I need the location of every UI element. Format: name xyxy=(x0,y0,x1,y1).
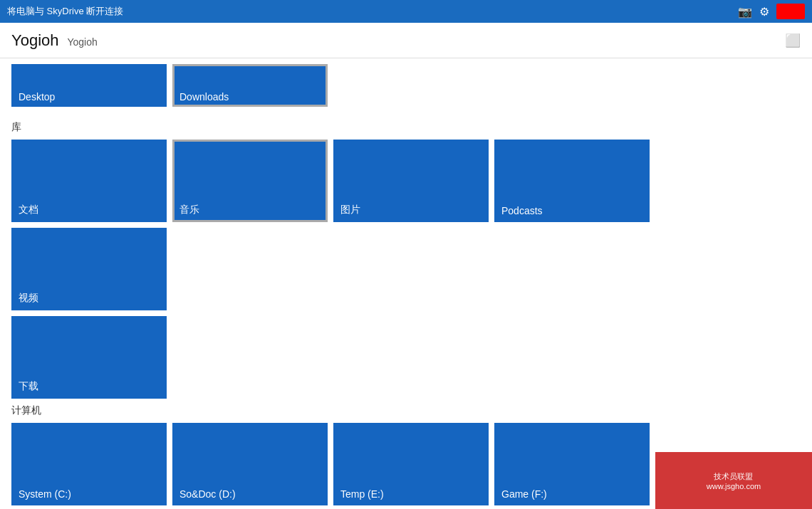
settings-icon[interactable]: ⚙ xyxy=(759,5,769,19)
top-bar-icons: 📷 ⚙ xyxy=(738,4,805,19)
tile-sodoc-d-label: So&Doc (D:) xyxy=(179,488,236,500)
avatar[interactable] xyxy=(776,4,805,19)
tile-desktop[interactable]: Desktop xyxy=(11,64,167,107)
username-large: Yogioh xyxy=(11,31,58,50)
tile-system-c-label: System (C:) xyxy=(19,488,71,500)
tile-xiazai[interactable]: 下载 xyxy=(11,316,167,399)
tile-xiazai-label: 下载 xyxy=(19,380,38,393)
tile-temp-e[interactable]: Temp (E:) xyxy=(333,423,489,505)
computer-grid: System (C:) So&Doc (D:) Temp (E:) Game (… xyxy=(11,423,801,509)
camera-icon[interactable]: 📷 xyxy=(738,5,752,19)
tile-downloads-label: Downloads xyxy=(179,91,229,103)
tile-pictures[interactable]: 图片 xyxy=(333,140,489,222)
window-action-icon[interactable]: ⬜ xyxy=(785,33,801,48)
tile-videos[interactable]: 视频 xyxy=(11,228,167,310)
header-user: Yogioh Yogioh xyxy=(11,31,98,50)
tile-game-f-label: Game (F:) xyxy=(501,488,547,500)
tile-pictures-label: 图片 xyxy=(340,204,360,216)
tile-desktop-label: Desktop xyxy=(19,91,55,103)
tile-documents[interactable]: 文档 xyxy=(11,140,167,222)
tile-downloads[interactable]: Downloads xyxy=(172,64,328,107)
ku-grid-2: 下载 xyxy=(11,316,801,399)
tile-sodoc-d[interactable]: So&Doc (D:) xyxy=(172,423,328,505)
section-label-ku: 库 xyxy=(11,121,801,134)
tile-documents-label: 文档 xyxy=(19,204,38,216)
top-bar: 将电脑与 SkyDrive 断开连接 📷 ⚙ xyxy=(0,0,812,23)
tile-game-f[interactable]: Game (F:) xyxy=(494,423,650,505)
section-label-computer: 计算机 xyxy=(11,404,801,417)
tile-temp-e-label: Temp (E:) xyxy=(340,488,384,500)
top-bar-title: 将电脑与 SkyDrive 断开连接 xyxy=(7,5,123,18)
username-small: Yogioh xyxy=(67,36,97,48)
ku-grid: 文档 音乐 图片 Podcasts 视频 xyxy=(11,140,801,310)
tile-videos-label: 视频 xyxy=(19,292,38,305)
main-content: Desktop Downloads 库 文档 音乐 图片 Podcasts 视频… xyxy=(0,58,812,509)
header: Yogioh Yogioh ⬜ xyxy=(0,23,812,58)
top-folders-section: Desktop Downloads xyxy=(11,58,801,112)
tile-podcasts[interactable]: Podcasts xyxy=(494,140,650,222)
tile-system-c[interactable]: System (C:) xyxy=(11,423,167,505)
tile-podcasts-label: Podcasts xyxy=(501,205,543,216)
tile-music-label: 音乐 xyxy=(179,204,199,216)
tile-music[interactable]: 音乐 xyxy=(172,140,328,222)
